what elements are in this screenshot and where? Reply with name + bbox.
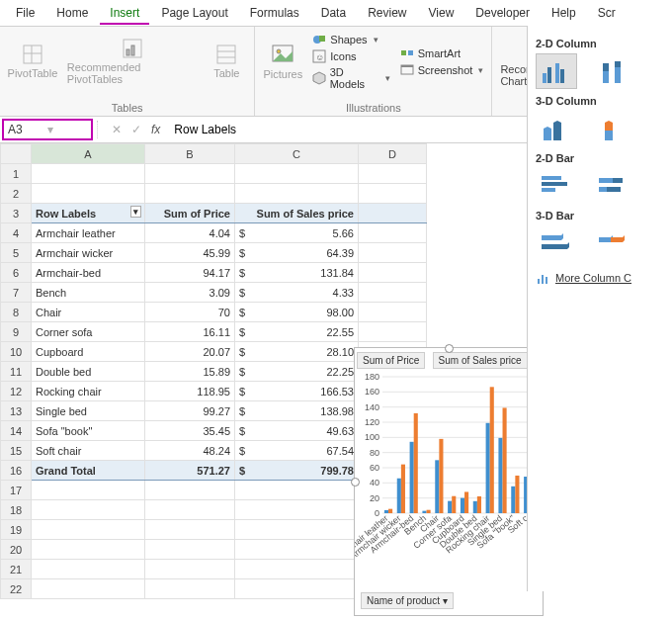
pivot-row-price[interactable]: 4.04 <box>145 223 235 243</box>
pivot-row-label[interactable]: Rocking chair <box>32 382 145 401</box>
cell[interactable] <box>235 184 359 204</box>
pivot-total-price[interactable]: 571.27 <box>145 461 235 481</box>
pivot-row-price[interactable]: 70 <box>145 303 235 322</box>
pivot-row-label[interactable]: Armchair leather <box>32 223 145 243</box>
pivot-row-sales[interactable]: $5.66 <box>235 223 359 243</box>
cell[interactable] <box>32 579 145 599</box>
column-header-C[interactable]: C <box>235 144 359 164</box>
resize-handle-top[interactable] <box>445 344 454 353</box>
accept-formula-icon[interactable]: ✓ <box>131 123 141 136</box>
pivot-row-price[interactable]: 20.07 <box>145 342 235 362</box>
row-header-4[interactable]: 4 <box>1 223 32 243</box>
cell[interactable] <box>359 204 427 223</box>
menu-tab-view[interactable]: View <box>419 3 464 23</box>
menu-tab-developer[interactable]: Developer <box>465 3 540 23</box>
cell[interactable] <box>32 164 145 184</box>
row-header-17[interactable]: 17 <box>1 481 32 500</box>
cell[interactable] <box>145 481 235 500</box>
pivot-row-label[interactable]: Sofa "book" <box>32 421 145 441</box>
row-header-1[interactable]: 1 <box>1 164 32 184</box>
select-all-corner[interactable] <box>1 144 32 164</box>
cell[interactable] <box>235 164 359 184</box>
pivot-row-sales[interactable]: $131.84 <box>235 263 359 283</box>
cell[interactable] <box>145 560 235 579</box>
cell[interactable] <box>145 184 235 204</box>
chart-field-button-price[interactable]: Sum of Price <box>357 352 425 369</box>
row-header-19[interactable]: 19 <box>1 520 32 540</box>
row-header-15[interactable]: 15 <box>1 441 32 461</box>
cell[interactable] <box>359 243 427 263</box>
menu-tab-page-layout[interactable]: Page Layout <box>151 3 237 23</box>
chart-filter-button[interactable]: Name of product <box>361 592 454 609</box>
menu-tab-insert[interactable]: Insert <box>100 3 149 25</box>
row-header-22[interactable]: 22 <box>1 579 32 599</box>
column-header-B[interactable]: B <box>145 144 235 164</box>
row-header-16[interactable]: 16 <box>1 461 32 481</box>
cell[interactable] <box>145 520 235 540</box>
clustered-column-icon[interactable] <box>536 53 577 89</box>
cell[interactable] <box>32 184 145 204</box>
row-header-8[interactable]: 8 <box>1 303 32 322</box>
cell[interactable] <box>145 500 235 520</box>
menu-tab-formulas[interactable]: Formulas <box>240 3 309 23</box>
pivot-row-sales[interactable]: $22.25 <box>235 362 359 382</box>
cell[interactable] <box>145 579 235 599</box>
cell[interactable] <box>359 164 427 184</box>
table-button[interactable]: Table <box>207 44 246 79</box>
pivot-row-price[interactable]: 45.99 <box>145 243 235 263</box>
pivot-row-price[interactable]: 118.95 <box>145 382 235 401</box>
pivottable-button[interactable]: PivotTable <box>8 44 57 79</box>
fx-icon[interactable]: fx <box>151 123 160 136</box>
embedded-pivot-chart[interactable]: Sum of Price Sum of Sales price 02040608… <box>354 347 544 616</box>
row-header-14[interactable]: 14 <box>1 421 32 441</box>
row-header-3[interactable]: 3 <box>1 204 32 223</box>
cell[interactable] <box>235 500 359 520</box>
cell[interactable] <box>235 540 359 560</box>
row-header-6[interactable]: 6 <box>1 263 32 283</box>
3d-models-button[interactable]: 3D Models <box>312 66 389 90</box>
cell[interactable] <box>359 303 427 322</box>
cell[interactable] <box>32 560 145 579</box>
row-header-9[interactable]: 9 <box>1 322 32 342</box>
menu-tab-home[interactable]: Home <box>46 3 98 23</box>
pivot-row-price[interactable]: 99.27 <box>145 401 235 421</box>
column-header-D[interactable]: D <box>359 144 427 164</box>
cell[interactable] <box>235 481 359 500</box>
pivot-row-label[interactable]: Soft chair <box>32 441 145 461</box>
pivot-row-price[interactable]: 35.45 <box>145 421 235 441</box>
cell[interactable] <box>32 500 145 520</box>
cell[interactable] <box>235 520 359 540</box>
name-box[interactable]: A3 ▾ <box>4 121 91 138</box>
cell[interactable] <box>32 520 145 540</box>
menu-tab-review[interactable]: Review <box>358 3 416 23</box>
pivot-header-sales[interactable]: Sum of Sales price <box>235 204 359 223</box>
pivot-row-sales[interactable]: $98.00 <box>235 303 359 322</box>
row-header-2[interactable]: 2 <box>1 184 32 204</box>
row-header-18[interactable]: 18 <box>1 500 32 520</box>
pictures-button[interactable]: Pictures <box>263 43 302 80</box>
pivot-row-sales[interactable]: $64.39 <box>235 243 359 263</box>
more-column-charts-link[interactable]: More Column C <box>536 271 664 285</box>
recommended-pivottables-button[interactable]: Recommended PivotTables <box>67 38 197 85</box>
pivot-row-label[interactable]: Bench <box>32 283 145 303</box>
pivot-row-sales[interactable]: $138.98 <box>235 401 359 421</box>
3d-stacked-column-icon[interactable] <box>593 111 634 146</box>
chart-field-button-sales[interactable]: Sum of Sales price <box>433 352 528 369</box>
screenshot-button[interactable]: Screenshot <box>400 63 484 77</box>
pivot-header-price[interactable]: Sum of Price <box>145 204 235 223</box>
row-header-5[interactable]: 5 <box>1 243 32 263</box>
pivot-row-price[interactable]: 94.17 <box>145 263 235 283</box>
stacked-column-icon[interactable] <box>593 53 634 89</box>
row-header-13[interactable]: 13 <box>1 401 32 421</box>
pivot-row-price[interactable]: 3.09 <box>145 283 235 303</box>
icons-button[interactable]: ☺ Icons <box>312 49 389 63</box>
row-header-21[interactable]: 21 <box>1 560 32 579</box>
row-header-7[interactable]: 7 <box>1 283 32 303</box>
pivot-header-rowlabels[interactable]: Row Labels <box>32 204 145 223</box>
cell[interactable] <box>235 579 359 599</box>
row-header-11[interactable]: 11 <box>1 362 32 382</box>
pivot-row-price[interactable]: 48.24 <box>145 441 235 461</box>
cell[interactable] <box>359 184 427 204</box>
cell[interactable] <box>145 164 235 184</box>
stacked-bar-icon[interactable] <box>593 168 634 204</box>
